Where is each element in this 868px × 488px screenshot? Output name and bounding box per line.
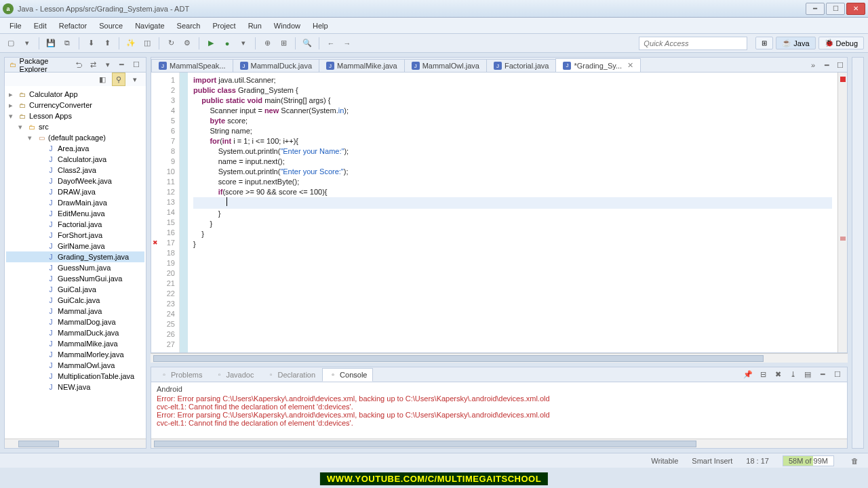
menu-project[interactable]: Project <box>207 20 241 32</box>
console-min-icon[interactable]: ━ <box>816 368 829 382</box>
tree-node[interactable]: JMammalMorley.java <box>6 349 144 360</box>
bottom-tab-console[interactable]: ▫Console <box>322 368 373 382</box>
maximize-view-icon[interactable]: ☐ <box>130 58 142 72</box>
tree-menu-icon[interactable]: ▾ <box>128 73 142 86</box>
console-hscroll[interactable] <box>151 439 847 448</box>
editor-min-icon[interactable]: ━ <box>820 58 833 72</box>
java-perspective-button[interactable]: ☕Java <box>776 37 815 49</box>
menu-source[interactable]: Source <box>94 20 128 32</box>
console-clear-icon[interactable]: ✖ <box>771 368 785 382</box>
tree-node[interactable]: ▸🗀CurrencyConverter <box>6 100 144 110</box>
fold-gutter[interactable] <box>180 73 188 352</box>
collapse-all-icon[interactable]: ⮌ <box>73 58 85 72</box>
editor-tab[interactable]: J*Grading_Sy...✕ <box>555 58 641 73</box>
tree-node[interactable]: JDRAW.java <box>6 186 144 197</box>
gc-button[interactable]: 🗑 <box>848 454 861 468</box>
tree-node[interactable]: JForShort.java <box>6 230 144 241</box>
new-class-icon[interactable]: ⊕ <box>260 37 274 50</box>
minimize-button[interactable]: ━ <box>806 3 825 15</box>
tree-node[interactable]: JEditMenu.java <box>6 208 144 219</box>
tree-node[interactable]: JArea.java <box>6 143 144 154</box>
open-perspective-button[interactable]: ⊞ <box>755 37 773 49</box>
error-overview-marker[interactable] <box>840 77 846 82</box>
refresh-icon[interactable]: ↻ <box>164 37 178 50</box>
tree-node[interactable]: JGuiCalc.java <box>6 295 144 306</box>
save-button[interactable]: 💾 <box>44 37 58 50</box>
show-list-icon[interactable]: » <box>806 58 820 72</box>
console-max-icon[interactable]: ☐ <box>831 368 844 382</box>
new-button[interactable]: ▢ <box>4 37 18 50</box>
search-icon[interactable]: 🔍 <box>300 37 314 50</box>
bottom-tab-javadoc[interactable]: ▫Javadoc <box>209 369 259 381</box>
tree-node[interactable]: JMammal.java <box>6 306 144 317</box>
error-overview-marker[interactable] <box>840 237 846 241</box>
project-tree[interactable]: ▸🗀Calculator App▸🗀CurrencyConverter▾🗀Les… <box>5 86 146 439</box>
export-icon[interactable]: ⬆ <box>100 37 114 50</box>
menu-window[interactable]: Window <box>269 20 306 32</box>
tree-node[interactable]: JFactorial.java <box>6 219 144 230</box>
build-icon[interactable]: ⚙ <box>180 37 194 50</box>
tree-node[interactable]: JDayofWeek.java <box>6 176 144 186</box>
tree-node[interactable]: ▾▭(default package) <box>6 132 144 143</box>
wand-icon[interactable]: ✨ <box>124 37 138 50</box>
right-trim[interactable] <box>852 57 864 449</box>
menu-file[interactable]: File <box>4 20 27 32</box>
tree-hscroll[interactable] <box>5 439 146 448</box>
console-open-icon[interactable]: ▤ <box>801 368 814 382</box>
tree-node[interactable]: JClass2.java <box>6 165 144 176</box>
tree-node[interactable]: JGuiCal.java <box>6 284 144 295</box>
debug-perspective-button[interactable]: 🐞Debug <box>818 37 864 49</box>
dropdown-icon[interactable]: ▾ <box>20 37 34 50</box>
menu-navigate[interactable]: Navigate <box>130 20 170 32</box>
new-pkg-icon[interactable]: ⊞ <box>277 37 290 50</box>
tree-node[interactable]: JDrawMain.java <box>6 197 144 208</box>
close-button[interactable]: ✕ <box>846 3 865 15</box>
run-button[interactable]: ● <box>220 37 234 50</box>
console-display-icon[interactable]: ⊟ <box>756 368 770 382</box>
quick-access-input[interactable] <box>639 37 747 50</box>
editor-max-icon[interactable]: ☐ <box>833 58 847 72</box>
minimize-view-icon[interactable]: ━ <box>116 58 127 72</box>
link-editor-icon[interactable]: ⇄ <box>87 58 99 72</box>
menu-search[interactable]: Search <box>172 20 206 32</box>
debug-button[interactable]: ▶ <box>204 37 218 50</box>
tree-node[interactable]: JMammalMike.java <box>6 338 144 349</box>
focus-icon[interactable]: ◧ <box>96 73 109 86</box>
save-all-button[interactable]: ⧉ <box>60 37 74 50</box>
forward-button[interactable]: → <box>340 37 354 50</box>
run-last-icon[interactable]: ▾ <box>237 37 250 50</box>
back-button[interactable]: ← <box>324 37 338 50</box>
tree-node[interactable]: JMammalDuck.java <box>6 327 144 338</box>
editor-tab[interactable]: JMammalSpeak... <box>151 59 233 72</box>
tree-node[interactable]: JNEW.java <box>6 382 144 392</box>
console-scroll-icon[interactable]: ⤓ <box>786 368 800 382</box>
menu-help[interactable]: Help <box>307 20 334 32</box>
bottom-tab-declaration[interactable]: ▫Declaration <box>260 369 321 381</box>
editor-tab[interactable]: JMammalDuck.java <box>233 59 319 72</box>
tree-node[interactable]: JMammalOwl.java <box>6 360 144 371</box>
tree-node[interactable]: ▸🗀Calculator App <box>6 89 144 100</box>
code-editor[interactable]: 1234567891011121314151617181920212223242… <box>151 72 848 353</box>
tree-node[interactable]: ▾🗀src <box>6 121 144 132</box>
editor-tab[interactable]: JMammalOwl.java <box>404 59 487 72</box>
menu-refactor[interactable]: Refactor <box>54 20 93 32</box>
tree-node[interactable]: JMammalDog.java <box>6 317 144 327</box>
package-icon[interactable]: ◫ <box>140 37 154 50</box>
view-menu-icon[interactable]: ▾ <box>102 58 113 72</box>
menu-run[interactable]: Run <box>243 20 267 32</box>
console-pin-icon[interactable]: 📌 <box>741 368 755 382</box>
tree-node[interactable]: JGrading_System.java <box>6 251 144 262</box>
tree-node[interactable]: JCalculator.java <box>6 154 144 165</box>
tree-node[interactable]: JGuessNumGui.java <box>6 273 144 284</box>
code-area[interactable]: import java.util.Scanner;public class Gr… <box>188 73 837 352</box>
tree-node[interactable]: ▾🗀Lesson Apps <box>6 110 144 121</box>
import-icon[interactable]: ⬇ <box>84 37 98 50</box>
close-tab-icon[interactable]: ✕ <box>627 61 633 70</box>
bottom-tab-problems[interactable]: ▫Problems <box>154 369 208 381</box>
editor-tab[interactable]: JFactorial.java <box>486 59 556 72</box>
tree-node[interactable]: JGuessNum.java <box>6 262 144 273</box>
editor-vscroll[interactable] <box>837 73 847 352</box>
tree-node[interactable]: JGirlName.java <box>6 241 144 251</box>
heap-status[interactable]: 58M of 99M <box>783 455 834 466</box>
editor-tab[interactable]: JMammalMike.java <box>319 59 405 72</box>
